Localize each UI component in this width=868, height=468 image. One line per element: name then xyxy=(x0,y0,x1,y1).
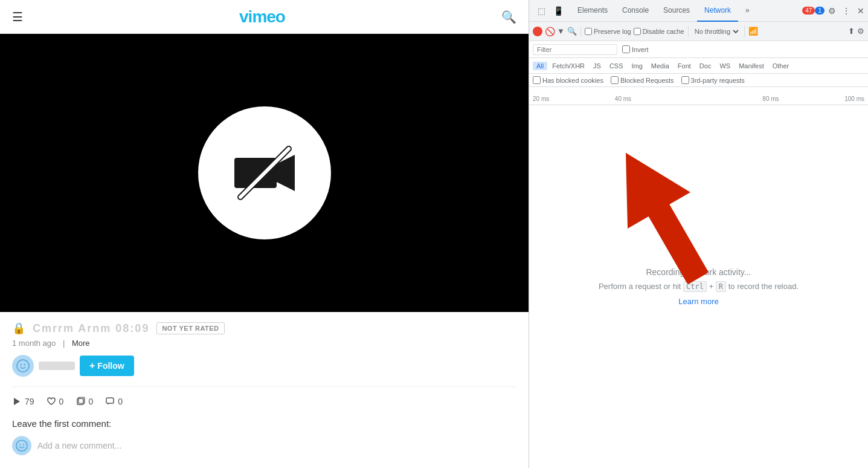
comment-placeholder: Add a new comment... xyxy=(37,441,121,450)
uploader-name-blur xyxy=(39,362,75,370)
filter-bar: Invert xyxy=(529,41,868,58)
uploader-row: + Follow xyxy=(12,355,516,377)
filter-icon[interactable]: ▼ xyxy=(557,27,565,36)
devtools-more-btn[interactable]: ⋮ xyxy=(839,4,854,18)
filter-type-font[interactable]: Font xyxy=(674,62,695,70)
toolbar-divider-3 xyxy=(744,26,745,37)
likes-stat: 0 xyxy=(47,397,64,406)
plays-stat: 79 xyxy=(12,397,34,406)
disable-cache-checkbox[interactable]: Disable cache xyxy=(634,28,684,35)
follow-button[interactable]: + Follow xyxy=(80,356,134,376)
filter-type-other[interactable]: Other xyxy=(769,62,793,70)
tab-network[interactable]: Network xyxy=(697,0,738,22)
recording-sub-text: Perform a request or hit xyxy=(599,282,683,291)
svg-point-6 xyxy=(24,364,25,365)
invert-checkbox-input[interactable] xyxy=(622,45,630,53)
third-party-checkbox[interactable]: 3rd-party requests xyxy=(681,76,745,84)
plus-char: + xyxy=(709,282,716,291)
filter-type-css[interactable]: CSS xyxy=(606,62,627,70)
comment-input-row: Add a new comment... xyxy=(12,436,516,455)
svg-point-4 xyxy=(17,360,29,372)
tab-elements[interactable]: Elements xyxy=(570,0,615,22)
network-toolbar: 🚫 ▼ 🔍 Preserve log Disable cache No thro… xyxy=(529,22,868,41)
video-meta: 1 month ago | More xyxy=(12,339,516,348)
throttle-select[interactable]: No throttling xyxy=(692,27,741,36)
devtools-icon-bar: ⬚ 📱 xyxy=(529,4,570,18)
cursor-icon-btn[interactable]: ⬚ xyxy=(534,4,548,18)
vimeo-panel: ☰ vimeo 🔍 🔒 Cmrrm Arnm xyxy=(0,0,529,468)
video-title: Cmrrm Arnm 08:09 xyxy=(33,322,149,335)
filter-type-doc[interactable]: Doc xyxy=(696,62,715,70)
filter-types-bar: All Fetch/XHR JS CSS Img Media Font Doc … xyxy=(529,58,868,74)
filter-type-js[interactable]: JS xyxy=(590,62,605,70)
filter-type-ws[interactable]: WS xyxy=(716,62,734,70)
devtools-close-btn[interactable]: ✕ xyxy=(854,4,868,18)
timeline-label-100: 100 ms xyxy=(844,96,864,102)
search-network-icon[interactable]: 🔍 xyxy=(567,27,577,36)
error-badge: 47 xyxy=(802,7,815,15)
stop-button[interactable]: 🚫 xyxy=(545,27,555,36)
devtools-settings-btn[interactable]: ⚙ xyxy=(825,4,839,18)
filter-type-media[interactable]: Media xyxy=(648,62,673,70)
devtools-panel: ⬚ 📱 Elements Console Sources Network » 4… xyxy=(529,0,868,468)
tab-console[interactable]: Console xyxy=(615,0,656,22)
network-content: Recording network activity... Perform a … xyxy=(529,105,868,468)
video-time: 1 month ago xyxy=(12,339,56,348)
hamburger-icon[interactable]: ☰ xyxy=(12,10,23,24)
vimeo-header: ☰ vimeo 🔍 xyxy=(0,0,529,34)
collections-count: 0 xyxy=(88,397,93,406)
disable-cache-input[interactable] xyxy=(634,28,641,35)
camera-off-icon xyxy=(228,146,301,200)
invert-filter-checkbox[interactable]: Invert xyxy=(622,45,649,53)
timeline-label-20: 20 ms xyxy=(533,96,549,102)
video-player[interactable] xyxy=(0,34,529,312)
third-party-input[interactable] xyxy=(681,76,689,84)
filter-type-all[interactable]: All xyxy=(533,62,547,70)
plays-count: 79 xyxy=(25,397,34,406)
recording-title: Recording network activity... xyxy=(599,267,799,277)
filter-type-img[interactable]: Img xyxy=(628,62,646,70)
comments-stat: 0 xyxy=(105,397,123,406)
tab-more-chevron[interactable]: » xyxy=(738,0,757,22)
blocked-cookies-row: Has blocked cookies Blocked Requests 3rd… xyxy=(529,74,868,87)
blocked-requests-checkbox[interactable]: Blocked Requests xyxy=(611,76,674,84)
learn-more-link[interactable]: Learn more xyxy=(678,297,718,306)
blocked-requests-label: Blocked Requests xyxy=(620,77,674,84)
has-blocked-input[interactable] xyxy=(533,76,541,84)
rating-badge: NOT YET RATED xyxy=(156,322,224,334)
has-blocked-checkbox[interactable]: Has blocked cookies xyxy=(533,76,603,84)
preserve-log-input[interactable] xyxy=(585,28,592,35)
blocked-requests-input[interactable] xyxy=(611,76,619,84)
comment-smiley-icon xyxy=(16,440,28,452)
filter-input[interactable] xyxy=(533,44,617,55)
more-link[interactable]: More xyxy=(72,339,90,348)
upload-icon[interactable]: ⬆ xyxy=(848,27,855,36)
lock-icon: 🔒 xyxy=(12,322,25,335)
follow-label: Follow xyxy=(97,361,124,371)
follow-plus-icon: + xyxy=(89,360,95,371)
toolbar-divider-2 xyxy=(688,26,689,37)
message-badge: 1 xyxy=(815,7,825,15)
timeline-label-40: 40 ms xyxy=(615,96,631,102)
search-icon[interactable]: 🔍 xyxy=(501,10,516,24)
stats-divider xyxy=(12,386,516,387)
preserve-log-checkbox[interactable]: Preserve log xyxy=(585,28,631,35)
filter-type-fetch[interactable]: Fetch/XHR xyxy=(548,62,588,70)
comment-icon xyxy=(105,397,115,406)
network-settings-icon[interactable]: ⚙ xyxy=(857,27,864,36)
filter-type-manifest[interactable]: Manifest xyxy=(735,62,768,70)
record-button[interactable] xyxy=(533,27,542,36)
wifi-icon: 📶 xyxy=(748,27,758,36)
layers-icon xyxy=(76,397,85,406)
vimeo-logo: vimeo xyxy=(239,7,285,27)
tab-sources[interactable]: Sources xyxy=(656,0,697,22)
comments-count: 0 xyxy=(118,397,123,406)
comment-avatar xyxy=(12,436,31,455)
preserve-log-label: Preserve log xyxy=(594,28,631,35)
video-info: 🔒 Cmrrm Arnm 08:09 NOT YET RATED 1 month… xyxy=(0,312,529,411)
to-record-text: to record the reload. xyxy=(728,282,799,291)
svg-point-5 xyxy=(21,364,22,365)
device-icon-btn[interactable]: 📱 xyxy=(551,4,565,18)
toolbar-divider-1 xyxy=(580,26,581,37)
disable-cache-label: Disable cache xyxy=(643,28,684,35)
